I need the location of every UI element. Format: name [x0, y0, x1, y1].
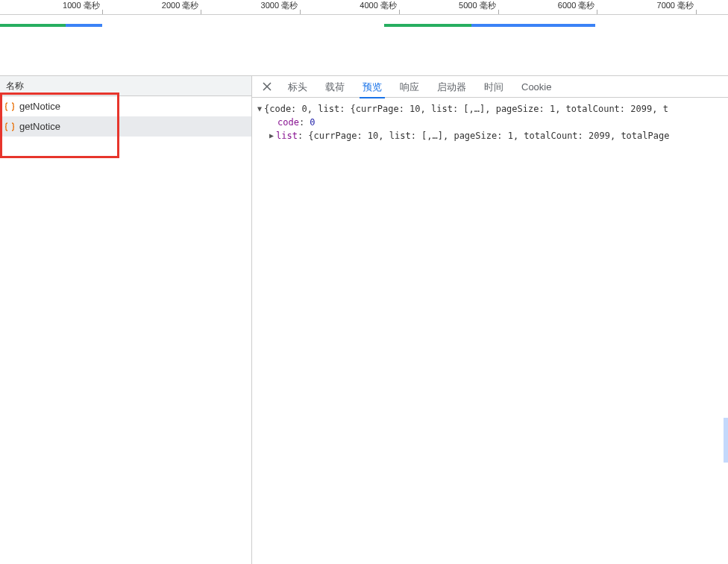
- timeline-ruler: 1000 毫秒2000 毫秒3000 毫秒4000 毫秒5000 毫秒6000 …: [0, 0, 728, 15]
- request-row[interactable]: getNotice: [0, 116, 251, 137]
- detail-tab[interactable]: 预览: [354, 76, 391, 98]
- request-name: getNotice: [19, 101, 60, 112]
- json-text: , list: {currPage: 10, list: [,…], pageS…: [307, 104, 668, 114]
- network-timeline[interactable]: 1000 毫秒2000 毫秒3000 毫秒4000 毫秒5000 毫秒6000 …: [0, 0, 728, 76]
- json-text: {code:: [264, 104, 302, 114]
- request-list: getNoticegetNotice: [0, 96, 251, 564]
- timeline-request-bar[interactable]: [0, 24, 66, 27]
- detail-tab[interactable]: 标头: [279, 76, 316, 98]
- detail-tab[interactable]: Cookie: [512, 76, 560, 98]
- json-code-line[interactable]: code: 0: [255, 116, 725, 129]
- timeline-request-bar[interactable]: [384, 24, 471, 27]
- json-key: code: [277, 117, 299, 128]
- request-name: getNotice: [19, 121, 60, 132]
- json-text: 0: [302, 104, 307, 114]
- timeline-request-bar[interactable]: [471, 24, 595, 27]
- preview-content[interactable]: ▼ {code: 0, list: {currPage: 10, list: […: [252, 98, 728, 564]
- request-list-pane: 名称 getNoticegetNotice: [0, 76, 252, 564]
- json-root-line[interactable]: ▼ {code: 0, list: {currPage: 10, list: […: [255, 102, 725, 116]
- request-row[interactable]: getNotice: [0, 96, 251, 116]
- json-key: list: [276, 131, 298, 141]
- json-file-icon: [4, 122, 15, 132]
- json-value: {currPage: 10, list: [,…], pageSize: 1, …: [308, 131, 669, 141]
- detail-tab[interactable]: 响应: [391, 76, 428, 98]
- detail-tab[interactable]: 启动器: [428, 76, 475, 98]
- scrollbar-indicator: [724, 418, 728, 463]
- expand-arrow-icon[interactable]: ▼: [255, 102, 264, 116]
- detail-tab[interactable]: 时间: [475, 76, 512, 98]
- detail-tab[interactable]: 载荷: [316, 76, 354, 98]
- timeline-bars: [0, 15, 728, 76]
- json-file-icon: [4, 101, 15, 112]
- request-detail-pane: 标头载荷预览响应启动器时间Cookie ▼ {code: 0, list: {c…: [252, 76, 728, 564]
- json-list-line[interactable]: ▶ list: {currPage: 10, list: [,…], pageS…: [255, 129, 725, 142]
- collapse-arrow-icon[interactable]: ▶: [267, 129, 276, 142]
- json-value: 0: [310, 117, 315, 128]
- close-detail-button[interactable]: [255, 76, 279, 98]
- request-list-header-name[interactable]: 名称: [0, 76, 251, 96]
- timeline-request-bar[interactable]: [66, 24, 102, 27]
- detail-tab-bar: 标头载荷预览响应启动器时间Cookie: [252, 76, 728, 98]
